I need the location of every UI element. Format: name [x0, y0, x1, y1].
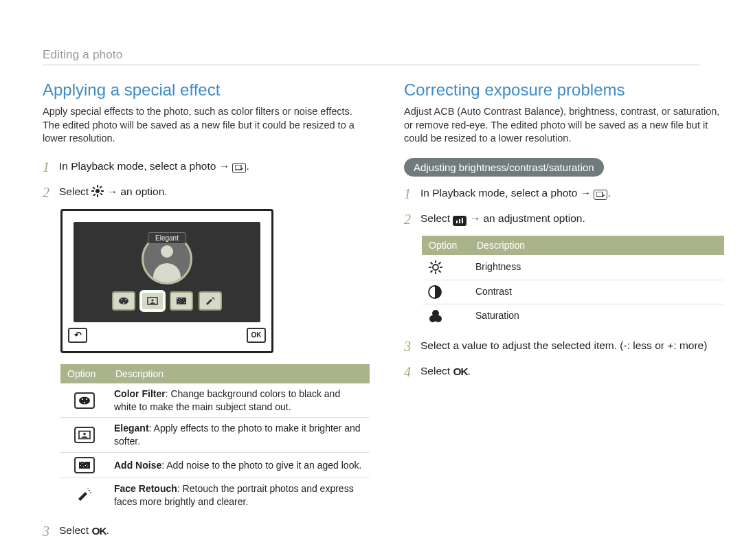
svg-point-42: [89, 490, 90, 491]
edit-mode-icon: [594, 190, 607, 200]
effect-btn-elegant: [141, 291, 164, 311]
svg-point-1: [95, 189, 100, 193]
svg-point-28: [82, 398, 83, 399]
left-column: Applying a special effect Apply special …: [43, 80, 370, 548]
svg-point-15: [151, 299, 153, 301]
cell-brightness: Brightness: [470, 255, 724, 280]
svg-rect-46: [456, 221, 458, 223]
svg-rect-47: [459, 219, 460, 223]
step-text: In Playback mode, select a photo → .: [420, 185, 611, 201]
svg-rect-4: [91, 190, 94, 192]
colorfilter-icon: [74, 392, 95, 409]
step-number: 4: [404, 363, 414, 381]
ok-text-icon: OK: [453, 365, 467, 379]
breadcrumb: Editing a photo: [43, 48, 699, 62]
svg-rect-17: [177, 298, 178, 299]
svg-point-61: [435, 315, 442, 322]
cell-contrast: Contrast: [470, 280, 724, 304]
svg-line-55: [439, 270, 441, 272]
table-row: Saturation: [422, 304, 724, 328]
saturation-icon: [427, 309, 464, 324]
step-text: Select OK.: [420, 363, 471, 379]
step-text: Select a value to adjust the selected it…: [420, 337, 707, 353]
table-row: Elegant: Apply effects to the photo to m…: [60, 418, 370, 453]
steps-left: 1 In Playback mode, select a photo → . 2…: [43, 158, 370, 202]
svg-point-12: [125, 299, 126, 300]
adjust-table: Option Description Brightness Contrast S…: [422, 236, 724, 328]
svg-rect-40: [87, 467, 88, 467]
step-4-right: 4 Select OK.: [404, 363, 724, 381]
subsection-pill: Adjusting brightness/contrast/saturation: [404, 158, 604, 177]
svg-line-56: [431, 270, 433, 272]
table-row: Add Noise: Add noise to the photo to giv…: [60, 453, 370, 478]
step-text: Select OK.: [59, 522, 109, 539]
intro-right: Adjust ACB (Auto Contrast Balance), brig…: [404, 105, 724, 146]
svg-rect-38: [80, 465, 81, 466]
svg-point-43: [90, 492, 91, 493]
th-description: Description: [109, 364, 370, 383]
step-text: Select → an adjustment option.: [420, 210, 585, 226]
edit-mode-icon: [232, 163, 246, 173]
two-column-layout: Applying a special effect Apply special …: [43, 80, 699, 548]
th-option: Option: [422, 236, 470, 255]
svg-rect-23: [184, 302, 185, 303]
table-row: Contrast: [422, 280, 724, 304]
table-row: Brightness: [422, 255, 724, 280]
steps-right-cont: 3 Select a value to adjust the selected …: [404, 337, 724, 381]
manual-page: Editing a photo Applying a special effec…: [0, 0, 742, 560]
intro-left: Apply special effects to the photo, such…: [43, 105, 370, 146]
step-1-left: 1 In Playback mode, select a photo → .: [43, 158, 370, 177]
step-number: 1: [43, 158, 52, 177]
step-number: 2: [404, 210, 414, 229]
svg-rect-35: [82, 463, 82, 464]
step-number: 3: [43, 522, 52, 541]
svg-rect-22: [181, 302, 181, 302]
svg-rect-36: [84, 462, 85, 463]
ok-icon: OK: [247, 328, 266, 343]
th-option: Option: [60, 364, 109, 383]
svg-rect-24: [179, 303, 179, 304]
svg-line-54: [431, 262, 433, 264]
effect-button-row: [112, 291, 222, 311]
camera-screen-mock: Elegant ↶ OK: [60, 209, 273, 353]
divider: [43, 65, 699, 65]
step-1-right: 1 In Playback mode, select a photo → .: [404, 185, 724, 203]
svg-rect-3: [97, 194, 98, 197]
svg-point-44: [87, 488, 88, 489]
step-text: In Playback mode, select a photo → .: [59, 158, 249, 174]
step-number: 2: [43, 183, 52, 202]
arrow-icon: →: [581, 187, 594, 199]
svg-point-49: [433, 265, 438, 270]
cell-saturation: Saturation: [470, 304, 724, 328]
effect-btn-colorfilter: [112, 291, 135, 311]
noise-icon: [74, 457, 95, 473]
effect-label: Elegant: [148, 232, 186, 244]
step-2-right: 2 Select → an adjustment option.: [404, 210, 724, 229]
svg-rect-41: [85, 465, 86, 466]
arrow-icon: →: [219, 160, 233, 172]
svg-rect-0: [235, 165, 241, 170]
svg-point-30: [84, 401, 85, 403]
screen-preview: Elegant: [74, 222, 260, 322]
step-text: Select → an option.: [59, 183, 168, 201]
th-description: Description: [470, 236, 724, 255]
effects-table: Option Description Color Filter: Change …: [60, 364, 370, 513]
svg-point-25: [213, 298, 214, 299]
svg-rect-8: [100, 186, 102, 188]
svg-rect-7: [100, 192, 103, 195]
svg-rect-2: [97, 185, 98, 188]
effects-gear-icon: [91, 185, 104, 201]
adjust-menu-icon: [453, 216, 466, 226]
svg-point-29: [86, 398, 87, 399]
step-3-left: 3 Select OK.: [43, 522, 370, 541]
effect-btn-retouch: [199, 291, 222, 311]
right-column: Correcting exposure problems Adjust ACB …: [404, 80, 724, 548]
svg-rect-37: [87, 464, 87, 464]
svg-point-13: [123, 302, 124, 304]
screen-bottom-bar: ↶ OK: [68, 328, 266, 346]
svg-rect-45: [596, 192, 603, 197]
contrast-icon: [427, 284, 464, 300]
step-number: 1: [404, 185, 414, 203]
svg-rect-18: [179, 299, 180, 300]
elegant-icon: [74, 427, 95, 443]
